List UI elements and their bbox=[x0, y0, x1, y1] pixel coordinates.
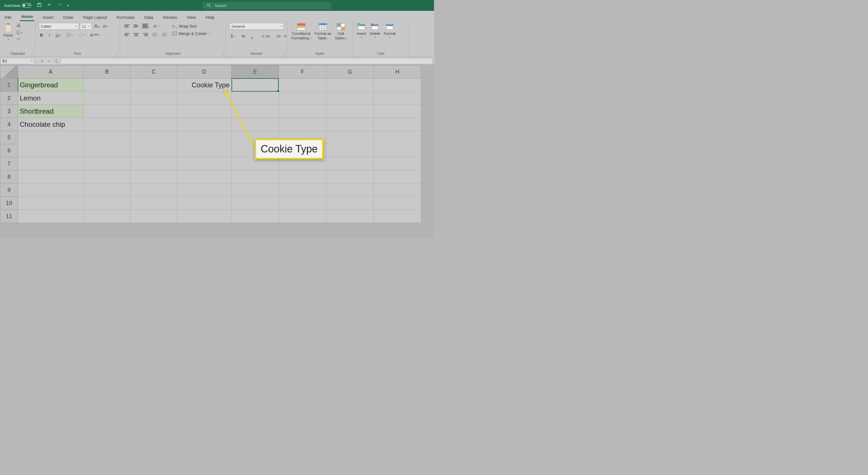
cell-C3[interactable] bbox=[130, 105, 177, 118]
cell-styles-button[interactable]: Cell Styles ▾ bbox=[335, 23, 347, 40]
cell-E2[interactable] bbox=[231, 92, 279, 105]
column-header-D[interactable]: D bbox=[177, 65, 231, 78]
font-name-combo[interactable]: Calibri▾ bbox=[39, 23, 79, 30]
increase-indent-button[interactable] bbox=[161, 32, 168, 37]
cell-H7[interactable] bbox=[374, 157, 421, 170]
cell-E11[interactable] bbox=[231, 210, 279, 223]
cell-H2[interactable] bbox=[374, 92, 421, 105]
clipboard-dialog-launcher-icon[interactable]: ⤢ bbox=[31, 53, 33, 56]
customize-qat-icon[interactable]: ▾ bbox=[67, 4, 69, 7]
align-bottom-button[interactable] bbox=[142, 23, 149, 29]
cell-A3[interactable]: Shortbread bbox=[18, 105, 84, 118]
number-dialog-launcher-icon[interactable]: ⤢ bbox=[283, 53, 285, 56]
cell-D3[interactable] bbox=[177, 105, 231, 118]
cell-B4[interactable] bbox=[84, 118, 130, 131]
cell-C8[interactable] bbox=[130, 170, 177, 184]
cell-D1[interactable]: Cookie Type bbox=[177, 78, 231, 92]
cell-C2[interactable] bbox=[130, 92, 177, 105]
cell-F11[interactable] bbox=[279, 210, 327, 223]
cell-E4[interactable] bbox=[231, 118, 279, 131]
align-right-button[interactable] bbox=[142, 32, 149, 37]
increase-decimal-button[interactable]: ←0.00 bbox=[258, 34, 271, 38]
cell-F8[interactable] bbox=[279, 170, 327, 184]
cell-B6[interactable] bbox=[84, 144, 130, 157]
row-header-4[interactable]: 4 bbox=[0, 118, 18, 131]
tab-insert[interactable]: Insert bbox=[42, 13, 55, 21]
align-center-button[interactable] bbox=[133, 32, 140, 37]
cell-G5[interactable] bbox=[327, 131, 374, 144]
format-painter-button[interactable] bbox=[15, 37, 24, 43]
cell-D11[interactable] bbox=[177, 210, 231, 223]
cell-F1[interactable] bbox=[279, 78, 327, 92]
column-header-A[interactable]: A bbox=[18, 65, 84, 78]
cell-B1[interactable] bbox=[84, 78, 130, 92]
cell-E1[interactable] bbox=[231, 78, 279, 92]
cell-H9[interactable] bbox=[374, 184, 421, 197]
tab-draw[interactable]: Draw bbox=[62, 13, 74, 21]
row-header-1[interactable]: 1 bbox=[0, 78, 18, 92]
italic-button[interactable]: I bbox=[48, 32, 51, 38]
cancel-formula-icon[interactable]: ✕ bbox=[40, 59, 44, 63]
cell-F10[interactable] bbox=[279, 197, 327, 210]
search-box[interactable]: Search bbox=[203, 2, 331, 9]
copy-button[interactable]: ▾ bbox=[15, 30, 24, 35]
cell-G2[interactable] bbox=[327, 92, 374, 105]
format-cells-button[interactable]: Format▾ bbox=[384, 23, 396, 38]
cell-E10[interactable] bbox=[231, 197, 279, 210]
align-top-button[interactable] bbox=[124, 23, 130, 29]
row-header-2[interactable]: 2 bbox=[0, 92, 18, 105]
cell-B8[interactable] bbox=[84, 170, 130, 184]
wrap-text-button[interactable]: ab Wrap Text bbox=[172, 24, 210, 29]
cell-C9[interactable] bbox=[130, 184, 177, 197]
cell-C10[interactable] bbox=[130, 197, 177, 210]
row-header-11[interactable]: 11 bbox=[0, 210, 18, 223]
cell-A2[interactable]: Lemon bbox=[18, 92, 84, 105]
fill-color-button[interactable]: ▾ bbox=[77, 32, 86, 38]
cell-G6[interactable] bbox=[327, 144, 374, 157]
cell-A1[interactable]: Gingerbread bbox=[18, 78, 84, 92]
row-header-9[interactable]: 9 bbox=[0, 184, 18, 197]
cut-button[interactable] bbox=[15, 22, 24, 28]
cell-C6[interactable] bbox=[130, 144, 177, 157]
undo-icon[interactable] bbox=[47, 3, 52, 8]
row-header-5[interactable]: 5 bbox=[0, 131, 18, 144]
cell-B7[interactable] bbox=[84, 157, 130, 170]
cell-B9[interactable] bbox=[84, 184, 130, 197]
row-header-8[interactable]: 8 bbox=[0, 170, 18, 184]
number-format-combo[interactable]: General▾ bbox=[229, 23, 284, 30]
cell-C7[interactable] bbox=[130, 157, 177, 170]
cell-A5[interactable] bbox=[18, 131, 84, 144]
tab-review[interactable]: Review bbox=[162, 13, 178, 21]
cell-D6[interactable] bbox=[177, 144, 231, 157]
cell-A8[interactable] bbox=[18, 170, 84, 184]
column-header-F[interactable]: F bbox=[279, 65, 327, 78]
cell-C5[interactable] bbox=[130, 131, 177, 144]
cell-D10[interactable] bbox=[177, 197, 231, 210]
decrease-indent-button[interactable] bbox=[151, 32, 158, 37]
tab-page-layout[interactable]: Page Layout bbox=[82, 13, 108, 21]
cell-G1[interactable] bbox=[327, 78, 374, 92]
cell-E3[interactable] bbox=[231, 105, 279, 118]
cell-C1[interactable] bbox=[130, 78, 177, 92]
cell-G9[interactable] bbox=[327, 184, 374, 197]
cell-B5[interactable] bbox=[84, 131, 130, 144]
align-middle-button[interactable] bbox=[133, 23, 140, 29]
name-box[interactable]: E1 ▾ bbox=[1, 58, 34, 64]
cell-A6[interactable] bbox=[18, 144, 84, 157]
delete-cells-button[interactable]: Delete▾ bbox=[370, 23, 381, 38]
increase-font-button[interactable]: A▴ bbox=[93, 23, 100, 30]
cell-A10[interactable] bbox=[18, 197, 84, 210]
cell-D9[interactable] bbox=[177, 184, 231, 197]
font-color-button[interactable]: A▾ bbox=[89, 32, 100, 38]
cell-C4[interactable] bbox=[130, 118, 177, 131]
font-dialog-launcher-icon[interactable]: ⤢ bbox=[116, 53, 118, 56]
column-header-H[interactable]: H bbox=[374, 65, 421, 78]
tab-file[interactable]: File bbox=[3, 13, 12, 21]
cell-D2[interactable] bbox=[177, 92, 231, 105]
decrease-decimal-button[interactable]: .00→0 bbox=[275, 34, 287, 38]
tab-formulas[interactable]: Formulas bbox=[116, 13, 136, 21]
format-as-table-button[interactable]: Format as Table ▾ bbox=[315, 23, 332, 40]
cell-A9[interactable] bbox=[18, 184, 84, 197]
row-header-10[interactable]: 10 bbox=[0, 197, 18, 210]
cell-D5[interactable] bbox=[177, 131, 231, 144]
